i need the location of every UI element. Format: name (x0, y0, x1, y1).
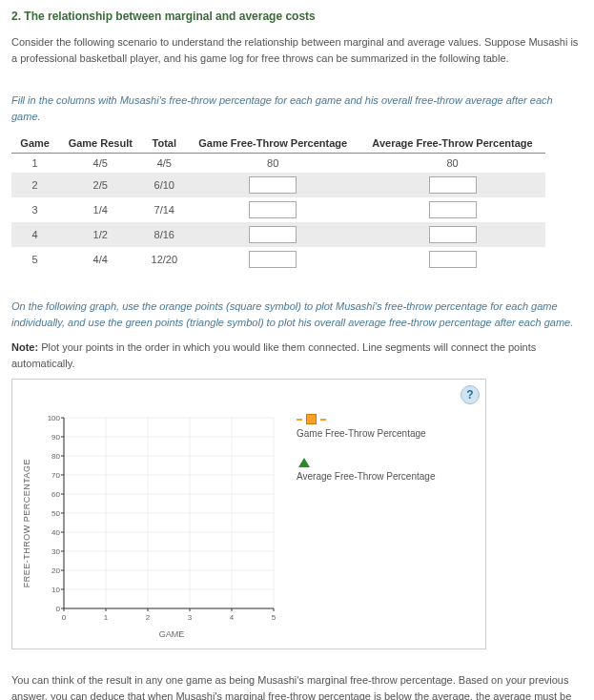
cell (186, 173, 359, 197)
svg-text:3: 3 (188, 613, 193, 622)
svg-text:20: 20 (51, 566, 60, 575)
gftp-input[interactable] (249, 201, 297, 218)
th-aftp: Average Free-Throw Percentage (359, 134, 545, 154)
svg-text:70: 70 (51, 471, 60, 480)
intro-text: Consider the following scenario to under… (11, 34, 583, 66)
cell (359, 222, 545, 247)
aftp-input[interactable] (429, 201, 477, 218)
cell: 4/5 (142, 154, 186, 174)
svg-text:50: 50 (51, 509, 60, 518)
table-row: 31/47/14 (11, 197, 545, 222)
cell: 2/5 (58, 173, 142, 197)
plot-area[interactable]: 1009080706050403020100 012345 (35, 408, 283, 628)
th-total: Total (142, 134, 186, 154)
cell: 1/2 (58, 222, 142, 247)
cell (359, 247, 545, 272)
svg-text:4: 4 (230, 613, 235, 622)
cell: 2 (11, 173, 58, 197)
svg-text:10: 10 (51, 586, 60, 594)
legend-avg-ft-label: Average Free-Throw Percentage (297, 471, 435, 482)
cell: 80 (359, 154, 545, 174)
cell (186, 247, 359, 272)
cell: 1 (11, 154, 58, 174)
table-row: 22/56/10 (11, 173, 545, 197)
legend-avg-ft[interactable] (297, 458, 435, 467)
cell: 4/5 (58, 154, 142, 174)
note-text: Plot your points in the order in which y… (11, 341, 536, 369)
cell: 7/14 (142, 197, 186, 222)
cell: 6/10 (142, 173, 186, 197)
table-row: 14/54/58080 (11, 154, 545, 174)
gftp-input[interactable] (249, 251, 297, 268)
th-gftp: Game Free-Throw Percentage (186, 134, 359, 154)
cell (186, 197, 359, 222)
aftp-input[interactable] (429, 176, 477, 194)
freethrow-table: Game Game Result Total Game Free-Throw P… (11, 134, 545, 272)
th-result: Game Result (58, 134, 142, 154)
triangle-icon (298, 458, 310, 467)
svg-text:1: 1 (104, 613, 109, 622)
svg-text:5: 5 (272, 613, 277, 622)
square-icon (306, 414, 317, 424)
note-line: Note: Plot your points in the order in w… (11, 340, 583, 371)
svg-text:90: 90 (51, 433, 60, 442)
table-row: 54/412/20 (11, 247, 545, 272)
cell: 5 (11, 247, 58, 272)
cell: 3 (11, 197, 58, 222)
cell: 80 (186, 154, 359, 174)
cell (359, 173, 545, 197)
table-instruction: Fill in the columns with Musashi's free-… (11, 93, 583, 124)
svg-text:40: 40 (51, 528, 60, 537)
svg-text:80: 80 (51, 452, 60, 461)
para2a: You can think of the result in any one g… (11, 674, 571, 700)
note-label: Note: (11, 341, 38, 353)
cell: 8/16 (142, 222, 186, 247)
aftp-input[interactable] (429, 251, 477, 268)
cell (186, 222, 359, 247)
cell (359, 197, 545, 222)
table-row: 41/28/16 (11, 222, 545, 247)
th-game: Game (11, 134, 58, 154)
x-axis-label: GAME (62, 629, 281, 639)
gftp-input[interactable] (249, 176, 297, 194)
help-icon[interactable]: ? (461, 385, 480, 404)
cell: 4 (11, 222, 58, 247)
svg-text:60: 60 (51, 490, 60, 499)
cell: 12/20 (142, 247, 186, 272)
legend-game-ft-label: Game Free-Throw Percentage (297, 428, 435, 439)
cell: 4/4 (58, 247, 142, 272)
svg-text:100: 100 (48, 414, 61, 422)
svg-text:30: 30 (51, 547, 60, 556)
cell: 1/4 (58, 197, 142, 222)
paragraph-marginal: You can think of the result in any one g… (11, 672, 583, 700)
legend: Game Free-Throw Percentage Average Free-… (297, 408, 435, 482)
svg-text:0: 0 (56, 605, 61, 613)
gftp-input[interactable] (249, 226, 297, 243)
svg-text:0: 0 (62, 613, 67, 622)
chart-container: ? FREE-THROW PERCENTAGE 1009080706050403… (11, 379, 486, 649)
legend-game-ft[interactable] (297, 414, 435, 424)
svg-text:2: 2 (146, 613, 151, 622)
y-axis-label: FREE-THROW PERCENTAGE (22, 459, 31, 587)
question-title: 2. The relationship between marginal and… (11, 10, 583, 23)
graph-instruction: On the following graph, use the orange p… (11, 299, 583, 330)
aftp-input[interactable] (429, 226, 477, 243)
